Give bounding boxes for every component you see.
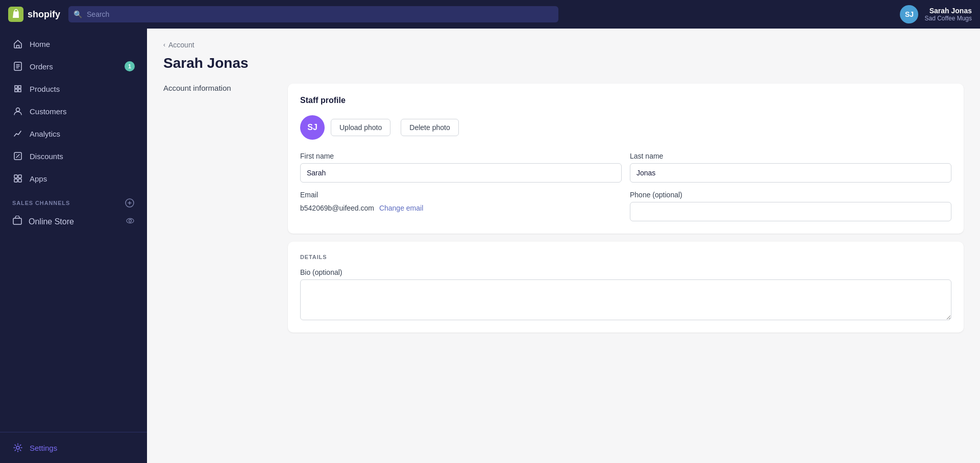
staff-avatar: SJ <box>300 115 325 140</box>
sidebar-item-customers-label: Customers <box>30 107 67 116</box>
staff-profile-title: Staff profile <box>300 96 951 105</box>
page-title: Sarah Jonas <box>163 55 964 71</box>
apps-icon <box>12 173 23 184</box>
main-content: ‹ Account Sarah Jonas Account informatio… <box>147 29 980 463</box>
settings-icon <box>12 442 23 453</box>
phone-label: Phone (optional) <box>630 191 951 199</box>
sidebar-item-home[interactable]: Home <box>4 33 143 55</box>
analytics-icon <box>12 128 23 139</box>
bio-group: Bio (optional) <box>300 268 951 320</box>
last-name-group: Last name <box>630 152 951 183</box>
discounts-icon <box>12 150 23 162</box>
staff-profile-card: Staff profile SJ Upload photo Delete pho… <box>288 84 964 234</box>
user-info: Sarah Jonas Sad Coffee Mugs <box>924 7 972 22</box>
content-layout: Account information Staff profile SJ Upl… <box>163 84 964 332</box>
user-store: Sad Coffee Mugs <box>924 15 972 22</box>
online-store-icon <box>12 216 22 228</box>
svg-rect-9 <box>13 218 21 224</box>
phone-group: Phone (optional) <box>630 191 951 221</box>
email-display: b542069b@uifeed.com Change email <box>300 202 622 214</box>
search-bar: 🔍 <box>68 6 558 22</box>
top-navigation: shopify 🔍 SJ Sarah Jonas Sad Coffee Mugs <box>0 0 980 29</box>
details-title: DETAILS <box>300 254 951 260</box>
shopify-text: shopify <box>28 9 60 20</box>
upload-photo-button[interactable]: Upload photo <box>331 119 390 136</box>
sidebar: Home Orders 1 Products Customers A <box>0 29 147 463</box>
email-group: Email b542069b@uifeed.com Change email <box>300 191 622 221</box>
sidebar-item-products-label: Products <box>30 85 60 93</box>
sidebar-item-settings[interactable]: Settings <box>4 437 143 458</box>
shopify-logo[interactable]: shopify <box>8 7 60 22</box>
shopify-bag-icon <box>8 7 23 22</box>
svg-rect-6 <box>14 179 17 182</box>
last-name-label: Last name <box>630 152 951 160</box>
breadcrumb[interactable]: ‹ Account <box>163 41 964 49</box>
svg-rect-7 <box>18 179 21 182</box>
breadcrumb-chevron-icon: ‹ <box>163 41 165 48</box>
account-info-label: Account information <box>163 84 231 92</box>
sales-channels-section: SALES CHANNELS <box>0 190 147 210</box>
customers-icon <box>12 106 23 117</box>
topnav-right: SJ Sarah Jonas Sad Coffee Mugs <box>900 5 972 23</box>
home-icon <box>12 38 23 49</box>
sidebar-item-analytics-label: Analytics <box>30 130 60 138</box>
svg-point-2 <box>16 108 20 112</box>
avatar-initials: SJ <box>905 10 914 18</box>
delete-photo-button[interactable]: Delete photo <box>401 119 458 136</box>
first-name-group: First name <box>300 152 622 183</box>
left-column: Account information <box>163 84 276 332</box>
sales-channels-title: SALES CHANNELS <box>12 200 70 206</box>
orders-icon <box>12 61 23 72</box>
staff-avatar-initials: SJ <box>307 123 317 132</box>
sidebar-bottom: Settings <box>0 432 147 459</box>
bio-field[interactable] <box>300 279 951 320</box>
sidebar-item-discounts-label: Discounts <box>30 152 63 161</box>
sidebar-item-apps[interactable]: Apps <box>4 168 143 189</box>
sidebar-item-orders-label: Orders <box>30 62 53 71</box>
user-name: Sarah Jonas <box>924 7 972 15</box>
sidebar-item-products[interactable]: Products <box>4 78 143 99</box>
contact-fields: Email b542069b@uifeed.com Change email P… <box>300 191 951 221</box>
details-card: DETAILS Bio (optional) <box>288 242 964 332</box>
sidebar-item-analytics[interactable]: Analytics <box>4 123 143 144</box>
sidebar-item-discounts[interactable]: Discounts <box>4 145 143 167</box>
online-store-left: Online Store <box>12 216 74 228</box>
search-input[interactable] <box>68 6 558 22</box>
bio-label: Bio (optional) <box>300 268 951 276</box>
first-name-field[interactable] <box>300 163 622 183</box>
svg-point-12 <box>16 446 19 449</box>
change-email-link[interactable]: Change email <box>379 204 423 212</box>
breadcrumb-label: Account <box>168 41 194 49</box>
orders-badge: 1 <box>125 61 135 71</box>
sidebar-item-orders[interactable]: Orders 1 <box>4 56 143 77</box>
sidebar-item-home-label: Home <box>30 40 50 48</box>
sidebar-item-settings-label: Settings <box>30 444 57 452</box>
first-name-label: First name <box>300 152 622 160</box>
sidebar-item-apps-label: Apps <box>30 174 47 183</box>
svg-rect-4 <box>14 175 17 178</box>
phone-field[interactable] <box>630 202 951 221</box>
email-value: b542069b@uifeed.com <box>300 204 374 212</box>
search-icon: 🔍 <box>74 10 82 18</box>
avatar-row: SJ Upload photo Delete photo <box>300 115 951 140</box>
main-layout: Home Orders 1 Products Customers A <box>0 29 980 463</box>
sidebar-item-customers[interactable]: Customers <box>4 100 143 122</box>
avatar[interactable]: SJ <box>900 5 918 23</box>
sidebar-item-online-store[interactable]: Online Store <box>4 211 143 233</box>
email-label: Email <box>300 191 622 199</box>
svg-point-11 <box>129 220 132 222</box>
right-column: Staff profile SJ Upload photo Delete pho… <box>288 84 964 332</box>
last-name-field[interactable] <box>630 163 951 183</box>
svg-rect-5 <box>18 175 21 178</box>
sidebar-item-online-store-label: Online Store <box>29 217 74 226</box>
products-icon <box>12 83 23 94</box>
eye-icon <box>126 216 135 227</box>
name-fields: First name Last name <box>300 152 951 183</box>
add-sales-channel-icon[interactable] <box>125 198 135 208</box>
